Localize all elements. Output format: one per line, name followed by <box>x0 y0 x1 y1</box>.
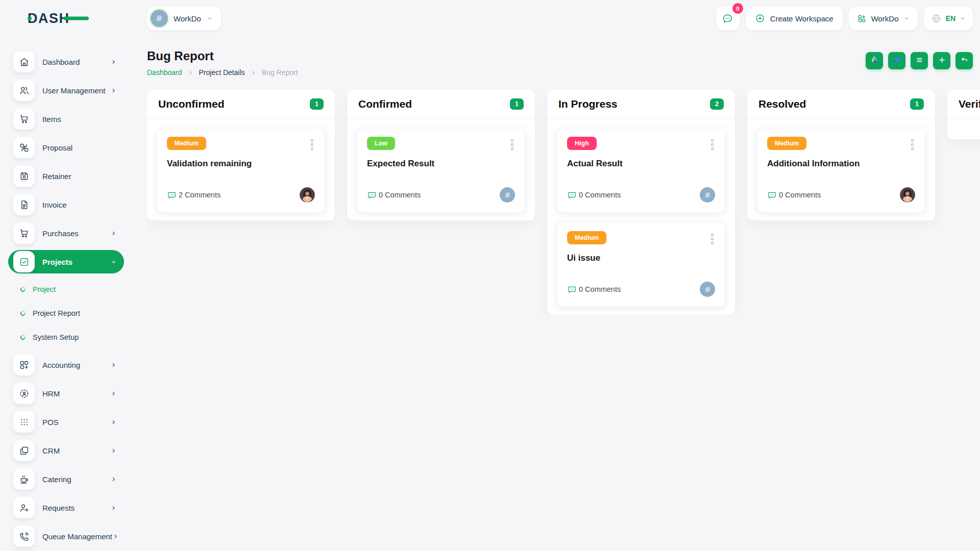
topbar: WorkDo 0 Create Workspace <box>133 0 980 37</box>
kebab-menu-icon[interactable] <box>709 231 715 247</box>
breadcrumb-project-details[interactable]: Project Details <box>199 68 245 77</box>
comment-icon <box>167 190 177 200</box>
breadcrumb-dashboard[interactable]: Dashboard <box>147 68 182 77</box>
checkbox-icon <box>13 251 35 272</box>
column-count-badge: 1 <box>310 98 324 110</box>
sidebar-item-projects[interactable]: Projects <box>8 250 124 273</box>
add-button[interactable] <box>933 52 950 69</box>
assignee-avatar[interactable] <box>900 187 915 203</box>
column-title: Verified <box>959 98 980 110</box>
user-plus-icon <box>13 497 35 518</box>
app-root: DASH DashboardUser ManagementItemsPropos… <box>0 0 980 551</box>
priority-badge: High <box>567 137 597 150</box>
undo-button[interactable] <box>955 52 973 69</box>
chevron-right-icon <box>110 59 117 65</box>
sidebar-item-catering[interactable]: Catering <box>8 467 124 491</box>
sidebar-item-items[interactable]: Items <box>8 107 124 131</box>
sidebar-item-proposal[interactable]: Proposal <box>8 136 124 159</box>
chevron-right-icon <box>110 505 117 511</box>
chevron-right-icon <box>112 533 119 540</box>
column-count-badge: 1 <box>510 98 524 110</box>
sidebar-subitem-project-report[interactable]: Project Report <box>8 303 124 324</box>
chevron-right-icon <box>110 230 117 237</box>
sidebar-item-retainer[interactable]: Retainer <box>8 164 124 188</box>
sidebar-item-label: Dashboard <box>42 58 110 66</box>
column-title: In Progress <box>558 98 618 110</box>
sidebar-item-accounting[interactable]: Accounting <box>8 353 124 377</box>
assignee-avatar[interactable] <box>700 187 715 203</box>
list-view-button[interactable] <box>911 52 928 69</box>
language-selector[interactable]: EN <box>924 7 973 30</box>
workspace-name: WorkDo <box>174 14 201 23</box>
save-icon <box>13 165 35 187</box>
workspace-selector[interactable]: WorkDo <box>147 7 221 30</box>
dash-logo-icon: DASH <box>28 10 90 27</box>
kanban-card-validation-remaining[interactable]: MediumValidation remaining2 Comments <box>157 129 325 212</box>
sidebar-item-label: Retainer <box>42 172 117 181</box>
sidebar-subitem-system-setup[interactable]: System Setup <box>8 327 124 348</box>
content: Bug Report Dashboard Project Details Bug… <box>133 37 980 551</box>
kanban-card-additional-information[interactable]: MediumAdditional Information0 Comments <box>757 129 925 212</box>
create-workspace-button[interactable]: Create Workspace <box>746 7 843 30</box>
sidebar-item-user-management[interactable]: User Management <box>8 79 124 102</box>
undo-icon <box>960 55 969 66</box>
one-drive-button[interactable] <box>888 52 905 69</box>
cart-icon <box>13 222 35 244</box>
column-header: Verified <box>947 90 980 119</box>
sidebar-item-hrm[interactable]: HRM <box>8 382 124 405</box>
breadcrumb-current: Bug Report <box>262 68 298 77</box>
column-header: Resolved1 <box>747 90 935 119</box>
sidebar-subitem-project[interactable]: Project <box>8 279 124 300</box>
sidebar-item-invoice[interactable]: Invoice <box>8 193 124 216</box>
sidebar-item-label: Accounting <box>42 361 110 369</box>
brand-logo[interactable]: DASH <box>0 0 133 37</box>
sidebar-item-label: CRM <box>42 446 110 455</box>
assignee-avatar[interactable] <box>700 282 715 297</box>
card-footer: 0 Comments <box>567 187 715 203</box>
column-body: MediumAdditional Information0 Comments <box>747 119 935 220</box>
google-drive-icon <box>870 55 879 66</box>
sidebar-item-pos[interactable]: POS <box>8 410 124 434</box>
kanban-board: Unconfirmed1MediumValidation remaining2 … <box>147 90 980 315</box>
kebab-menu-icon[interactable] <box>709 137 715 153</box>
assignee-avatar[interactable] <box>300 187 315 203</box>
kebab-menu-icon[interactable] <box>509 137 515 153</box>
sidebar-item-dashboard[interactable]: Dashboard <box>8 50 124 73</box>
column-title: Resolved <box>758 98 806 110</box>
sidebar-item-crm[interactable]: CRM <box>8 439 124 462</box>
messages-button[interactable]: 0 <box>716 7 740 30</box>
kebab-menu-icon[interactable] <box>910 137 915 153</box>
page-head-left: Bug Report Dashboard Project Details Bug… <box>147 49 298 77</box>
sidebar-item-purchases[interactable]: Purchases <box>8 221 124 245</box>
assignee-avatar[interactable] <box>500 187 515 203</box>
priority-badge: Low <box>367 137 395 150</box>
google-drive-button[interactable] <box>866 52 883 69</box>
kanban-card-actual-result[interactable]: HighActual Result0 Comments <box>557 129 725 212</box>
card-title: Additional Information <box>767 159 915 169</box>
comments-count: 0 Comments <box>367 190 421 200</box>
comments-label: 0 Comments <box>579 285 621 293</box>
app-menu-label: WorkDo <box>871 14 899 23</box>
column-body: MediumValidation remaining2 Comments <box>147 119 335 220</box>
app-menu-button[interactable]: WorkDo <box>849 7 918 30</box>
plus-icon <box>937 55 947 66</box>
chevron-right-icon <box>251 70 256 76</box>
file-icon <box>13 194 35 215</box>
comment-icon <box>567 285 577 294</box>
building-icon <box>154 13 164 23</box>
card-title: Actual Result <box>567 159 715 169</box>
kanban-card-expected-result[interactable]: LowExpected Result0 Comments <box>357 129 525 212</box>
bullet-ring-icon <box>20 286 26 292</box>
sidebar-item-requests[interactable]: Requests <box>8 496 124 519</box>
workspace-avatar <box>151 10 168 27</box>
priority-badge: Medium <box>167 137 206 150</box>
sidebar-submenu: ProjectProject ReportSystem Setup <box>8 279 124 348</box>
sidebar-item-label: Purchases <box>42 229 110 238</box>
sidebar-item-queue-management[interactable]: Queue Management <box>8 524 124 548</box>
kanban-card-ui-issue[interactable]: MediumUi issue0 Comments <box>557 223 725 307</box>
card-title: Validation remaining <box>167 159 315 169</box>
one-drive-icon <box>892 55 902 66</box>
kebab-menu-icon[interactable] <box>309 137 315 153</box>
sidebar-subitem-label: Project Report <box>33 309 80 317</box>
column-header: In Progress2 <box>547 90 735 119</box>
